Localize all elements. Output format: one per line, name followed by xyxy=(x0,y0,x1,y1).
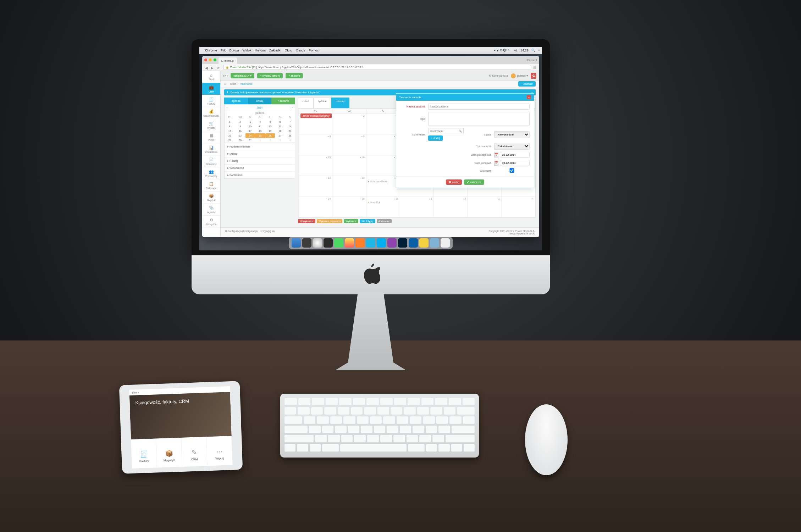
filter-type[interactable]: ▸ Rodzaj xyxy=(225,157,295,164)
nav-fwd-icon[interactable]: ▶ xyxy=(211,66,214,70)
add-event-button[interactable]: + zadanie xyxy=(518,81,536,87)
minical-day[interactable]: 2 xyxy=(235,120,245,124)
ipad-nav-item[interactable]: 🧾Faktury xyxy=(131,439,157,469)
user-menu[interactable]: pomoc ▾ xyxy=(511,73,528,78)
minical-day[interactable]: 12 xyxy=(265,124,275,129)
menubar-status-icons[interactable]: ◐ ⊞ ⚙ ✽ ᯤ xyxy=(494,49,511,52)
minical-day[interactable]: 20 xyxy=(275,129,285,133)
agenda-tab-today[interactable]: dzisiaj xyxy=(248,98,272,104)
sidebar-item-ewidencje[interactable]: 📋Ewidencje xyxy=(202,179,220,192)
address-bar[interactable]: 🔒 Power Media S.A. [PL] https://www.ifir… xyxy=(223,65,531,70)
window-close-button[interactable] xyxy=(204,59,207,61)
menu-people[interactable]: Osoby xyxy=(296,49,305,52)
dock-app-icon[interactable] xyxy=(398,238,407,248)
calendar-event[interactable]: Nowy Rok xyxy=(368,201,398,204)
minical-day[interactable]: 3 xyxy=(275,138,285,143)
minical-day[interactable]: 1 xyxy=(255,138,265,143)
minical-day[interactable]: 13 xyxy=(275,124,285,129)
menu-edit[interactable]: Edycja xyxy=(230,49,239,52)
minical-day[interactable]: 14 xyxy=(285,124,295,129)
start-date-input[interactable] xyxy=(500,152,530,158)
spotlight-icon[interactable]: 🔍 xyxy=(531,49,535,52)
filter-status[interactable]: ▸ Status xyxy=(225,150,295,157)
menu-history[interactable]: Historia xyxy=(255,49,266,52)
calendar-cell[interactable]: • 4 xyxy=(501,196,535,217)
calendar-cell[interactable]: • 17 xyxy=(366,155,400,176)
sidebar-item-majatek[interactable]: 📦Majątek xyxy=(202,192,220,204)
agenda-tab-add[interactable]: + zadanie xyxy=(271,98,295,104)
minical-day[interactable]: 5 xyxy=(265,120,275,124)
calendar-cell[interactable]: • 9 xyxy=(332,134,366,155)
sidebar-item-kasa[interactable]: 💰Kasa i rachunki xyxy=(202,107,220,119)
calendar-cell[interactable]: • 15 xyxy=(299,155,332,176)
calendar-cell[interactable]: • 8 xyxy=(299,134,332,155)
sidebar-item-crm[interactable]: 💼CRM xyxy=(202,83,220,95)
notifications-icon[interactable]: ≡ xyxy=(538,49,540,52)
status-select[interactable]: Niewykonane xyxy=(494,131,530,138)
calendar-cell[interactable]: • 23 xyxy=(332,176,366,196)
sidebar-item-wydatki[interactable]: 🛒Wydatki xyxy=(202,119,220,131)
modal-close-button[interactable]: × xyxy=(527,95,531,99)
dock-app-icon[interactable] xyxy=(334,238,343,248)
minical-day[interactable]: 24 xyxy=(245,133,255,138)
filter-overdue[interactable]: ▸ Przeterminowane xyxy=(225,143,295,150)
dock-app-icon[interactable] xyxy=(355,238,365,248)
minical-day[interactable]: 19 xyxy=(265,129,275,133)
minical-day[interactable]: 16 xyxy=(235,129,245,133)
filter-visibility[interactable]: ▸ Widoczność xyxy=(225,164,295,171)
sidebar-item-faktury[interactable]: 🧾Faktury xyxy=(202,95,220,107)
minical-day[interactable]: 30 xyxy=(235,138,245,143)
browser-tab[interactable]: i7.ifirma.pl xyxy=(219,57,237,64)
dock-app-icon[interactable] xyxy=(387,238,397,248)
calendar-cell[interactable]: • 22 xyxy=(299,176,332,196)
chrome-menu-icon[interactable]: ≡ xyxy=(533,64,536,71)
menu-file[interactable]: Plik xyxy=(221,49,226,52)
calendar-cell[interactable]: • 16 xyxy=(332,155,366,176)
calendar-cell[interactable]: • 1 xyxy=(400,196,433,217)
calendar-cell[interactable]: • 30 xyxy=(332,196,366,217)
dock-app-icon[interactable] xyxy=(345,238,354,248)
context-menu-change-month[interactable]: Zmień miesiąc księgowy xyxy=(300,113,332,118)
menu-help[interactable]: Pomoc xyxy=(309,49,319,52)
ipad-nav-item[interactable]: ✎CRM xyxy=(181,437,208,469)
minical-day[interactable]: 7 xyxy=(285,120,295,124)
minical-day[interactable]: 4 xyxy=(285,138,295,143)
sidebar-item-pulpit[interactable]: ▦Pulpit xyxy=(202,131,220,143)
minical-day[interactable]: 3 xyxy=(245,120,255,124)
chrome-profile[interactable]: Element xyxy=(527,59,537,62)
window-zoom-button[interactable] xyxy=(214,59,216,61)
minical-day[interactable]: 15 xyxy=(225,129,235,133)
sidebar-item-agenda[interactable]: 📎Agenda xyxy=(202,204,220,216)
task-desc-input[interactable] xyxy=(428,112,530,126)
search-icon[interactable]: 🔍 xyxy=(457,128,464,134)
task-name-input[interactable] xyxy=(428,104,530,110)
view-tab-month[interactable]: miesiąc xyxy=(331,98,349,108)
footer-config-link[interactable]: ⚙ Konfiguracja (Konfiguracja) xyxy=(225,230,258,235)
dock-app-icon[interactable] xyxy=(324,238,333,248)
calendar-cell[interactable]: • 3 xyxy=(468,196,501,217)
minical-day[interactable]: 9 xyxy=(235,124,245,129)
minical-day[interactable]: 29 xyxy=(225,138,235,143)
menu-window[interactable]: Okno xyxy=(285,49,293,52)
menu-view[interactable]: Widok xyxy=(243,49,252,52)
minical-prev[interactable]: ‹ xyxy=(227,106,228,109)
calendar-cell[interactable]: • 2 xyxy=(434,196,468,217)
minical-day[interactable]: 8 xyxy=(225,124,235,129)
minical-day[interactable]: 18 xyxy=(255,129,265,133)
type-select[interactable]: Całodzienne xyxy=(494,143,530,150)
dock-app-icon[interactable] xyxy=(366,238,375,248)
view-tab-day[interactable]: dzień xyxy=(298,98,314,108)
window-minimize-button[interactable] xyxy=(209,59,212,61)
minical-day[interactable]: 11 xyxy=(255,124,265,129)
calendar-cell[interactable]: • 29 xyxy=(299,196,332,217)
minical-day[interactable]: 22 xyxy=(225,133,235,138)
menu-bookmarks[interactable]: Zakładki xyxy=(269,49,281,52)
issue-invoice-button[interactable]: + wystaw fakturę xyxy=(257,73,283,78)
minical-day[interactable]: 17 xyxy=(245,129,255,133)
menubar-app-name[interactable]: Chrome xyxy=(205,49,217,52)
dock-app-icon[interactable] xyxy=(292,238,301,248)
dock-app-icon[interactable] xyxy=(441,238,450,248)
visible-checkbox[interactable] xyxy=(494,168,530,173)
ipad-nav-item[interactable]: ⋯Więcej xyxy=(206,436,233,469)
contractor-search-input[interactable] xyxy=(428,128,457,134)
